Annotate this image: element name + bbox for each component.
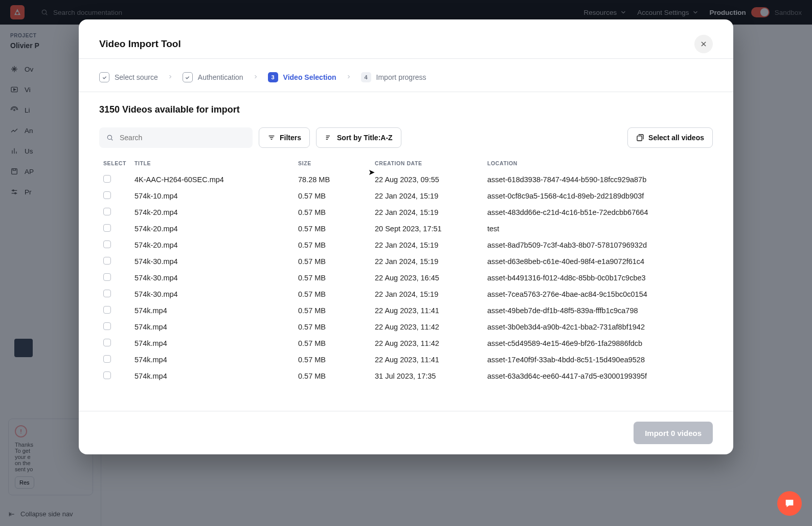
video-search-input[interactable] xyxy=(119,133,245,142)
row-size: 0.57 MB xyxy=(294,302,371,319)
row-location: asset-7cea5763-276e-4bae-ac84-9c15bc0c01… xyxy=(483,286,710,302)
row-checkbox[interactable] xyxy=(103,355,111,363)
row-size: 0.57 MB xyxy=(294,286,371,302)
row-checkbox[interactable] xyxy=(103,224,111,232)
row-date: 22 Jan 2024, 15:19 xyxy=(371,237,483,253)
col-date: CREATION DATE xyxy=(371,160,483,171)
row-size: 0.57 MB xyxy=(294,319,371,335)
row-size: 0.57 MB xyxy=(294,253,371,270)
select-all-button[interactable]: Select all videos xyxy=(627,127,713,148)
video-search[interactable] xyxy=(99,127,253,148)
row-date: 31 Jul 2023, 17:35 xyxy=(371,368,483,384)
table-row[interactable]: 574k-20.mp40.57 MB20 Sept 2023, 17:51tes… xyxy=(99,221,710,237)
row-location: asset-8ad7b509-7c3f-4ab3-8b07-5781079693… xyxy=(483,237,710,253)
row-checkbox[interactable] xyxy=(103,371,111,379)
row-title: 574k.mp4 xyxy=(130,368,294,384)
row-location: asset-618d3938-7847-4944-b590-18fcc929a8… xyxy=(483,171,710,188)
row-location: asset-483dd66e-c21d-4c16-b51e-72edcbb676… xyxy=(483,204,710,221)
col-size: SIZE xyxy=(294,160,371,171)
row-checkbox[interactable] xyxy=(103,273,111,281)
row-title: 574k-30.mp4 xyxy=(130,253,294,270)
row-checkbox[interactable] xyxy=(103,240,111,248)
col-title: TITLE xyxy=(130,160,294,171)
row-date: 22 Aug 2023, 11:41 xyxy=(371,302,483,319)
row-checkbox[interactable] xyxy=(103,257,111,265)
table-row[interactable]: 574k.mp40.57 MB22 Aug 2023, 11:42asset-c… xyxy=(99,335,710,352)
video-table-scroll[interactable]: SELECT TITLE SIZE CREATION DATE LOCATION… xyxy=(99,160,713,411)
row-checkbox[interactable] xyxy=(103,208,111,215)
table-row[interactable]: 574k-20.mp40.57 MB22 Jan 2024, 15:19asse… xyxy=(99,204,710,221)
row-size: 0.57 MB xyxy=(294,188,371,204)
col-location: LOCATION xyxy=(483,160,710,171)
table-row[interactable]: 574k.mp40.57 MB31 Jul 2023, 17:35asset-6… xyxy=(99,368,710,384)
row-size: 0.57 MB xyxy=(294,221,371,237)
row-location: asset-b4491316-f012-4d8c-85bb-0c0b17c9cb… xyxy=(483,270,710,286)
table-row[interactable]: 574k-30.mp40.57 MB22 Jan 2024, 15:19asse… xyxy=(99,253,710,270)
table-row[interactable]: 4K-AAC-H264-60SEC.mp478.28 MB22 Aug 2023… xyxy=(99,171,710,188)
row-date: 22 Aug 2023, 11:41 xyxy=(371,352,483,368)
help-fab[interactable] xyxy=(777,491,802,516)
row-title: 574k-20.mp4 xyxy=(130,237,294,253)
sort-button[interactable]: Sort by Title:A-Z xyxy=(316,127,401,148)
row-size: 0.57 MB xyxy=(294,237,371,253)
row-location: test xyxy=(483,221,710,237)
row-title: 574k-30.mp4 xyxy=(130,270,294,286)
table-row[interactable]: 574k-30.mp40.57 MB22 Jan 2024, 15:19asse… xyxy=(99,286,710,302)
table-row[interactable]: 574k-20.mp40.57 MB22 Jan 2024, 15:19asse… xyxy=(99,237,710,253)
import-button[interactable]: Import 0 videos xyxy=(634,422,713,444)
step-video-selection[interactable]: 3 Video Selection xyxy=(268,72,336,82)
chevron-right-icon xyxy=(253,73,259,81)
row-title: 574k-30.mp4 xyxy=(130,286,294,302)
sort-icon xyxy=(325,134,333,142)
row-location: asset-63a3d64c-ee60-4417-a7d5-e300019939… xyxy=(483,368,710,384)
row-title: 574k.mp4 xyxy=(130,335,294,352)
row-date: 22 Aug 2023, 11:42 xyxy=(371,335,483,352)
svg-line-20 xyxy=(111,139,113,141)
row-checkbox[interactable] xyxy=(103,290,111,297)
close-modal-button[interactable] xyxy=(694,35,713,53)
row-title: 574k-10.mp4 xyxy=(130,188,294,204)
chat-icon xyxy=(784,498,795,509)
row-size: 0.57 MB xyxy=(294,352,371,368)
filters-button[interactable]: Filters xyxy=(259,127,310,148)
step-authentication[interactable]: Authentication xyxy=(183,72,243,82)
filter-icon xyxy=(267,134,276,142)
row-location: asset-0cf8c9a5-1568-4c1d-89eb-2d2189db90… xyxy=(483,188,710,204)
table-row[interactable]: 574k-10.mp40.57 MB22 Jan 2024, 15:19asse… xyxy=(99,188,710,204)
svg-point-19 xyxy=(107,135,111,139)
row-location: asset-3b0eb3d4-a90b-42c1-bba2-731af8bf19… xyxy=(483,319,710,335)
modal-title: Video Import Tool xyxy=(99,38,181,50)
row-date: 22 Jan 2024, 15:19 xyxy=(371,204,483,221)
row-checkbox[interactable] xyxy=(103,322,111,330)
available-count: 3150 Videos available for import xyxy=(99,104,713,115)
chevron-right-icon xyxy=(346,73,352,81)
step-select-source[interactable]: Select source xyxy=(99,72,158,82)
row-date: 20 Sept 2023, 17:51 xyxy=(371,221,483,237)
row-checkbox[interactable] xyxy=(103,191,111,199)
video-table: SELECT TITLE SIZE CREATION DATE LOCATION… xyxy=(99,160,710,384)
row-size: 0.57 MB xyxy=(294,368,371,384)
search-icon xyxy=(106,134,114,141)
row-location: asset-49beb7de-df1b-48f5-839a-fffb1c9ca7… xyxy=(483,302,710,319)
row-title: 574k.mp4 xyxy=(130,302,294,319)
check-icon xyxy=(102,75,107,80)
row-title: 574k-20.mp4 xyxy=(130,204,294,221)
table-row[interactable]: 574k.mp40.57 MB22 Aug 2023, 11:41asset-4… xyxy=(99,302,710,319)
row-title: 574k-20.mp4 xyxy=(130,221,294,237)
row-date: 22 Jan 2024, 15:19 xyxy=(371,188,483,204)
table-row[interactable]: 574k.mp40.57 MB22 Aug 2023, 11:41asset-1… xyxy=(99,352,710,368)
close-icon xyxy=(700,40,707,48)
row-date: 22 Aug 2023, 11:42 xyxy=(371,319,483,335)
row-checkbox[interactable] xyxy=(103,339,111,346)
row-location: asset-c5d49589-4e15-46e9-bf26-1fa29886fd… xyxy=(483,335,710,352)
modal-overlay[interactable]: Video Import Tool Select source Authenti… xyxy=(0,0,812,526)
row-checkbox[interactable] xyxy=(103,175,111,183)
row-location: asset-d63e8beb-c61e-40ed-98f4-e1a9072f61… xyxy=(483,253,710,270)
row-location: asset-17e40f9f-33ab-4bdd-8c51-15d490ea95… xyxy=(483,352,710,368)
table-row[interactable]: 574k.mp40.57 MB22 Aug 2023, 11:42asset-3… xyxy=(99,319,710,335)
video-import-modal: Video Import Tool Select source Authenti… xyxy=(79,19,733,454)
row-title: 574k.mp4 xyxy=(130,319,294,335)
row-checkbox[interactable] xyxy=(103,306,111,314)
table-row[interactable]: 574k-30.mp40.57 MB22 Aug 2023, 16:45asse… xyxy=(99,270,710,286)
row-title: 574k.mp4 xyxy=(130,352,294,368)
